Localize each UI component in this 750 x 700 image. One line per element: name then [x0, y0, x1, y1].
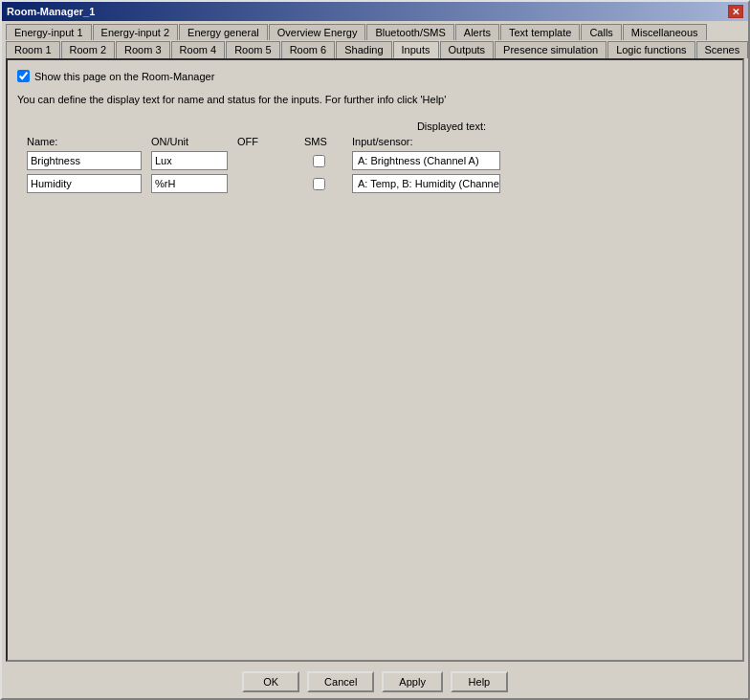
content-area: Show this page on the Room-Manager You c…: [6, 58, 744, 662]
col-header-sensor: Input/sensor:: [352, 136, 505, 147]
row2-sms-checkbox[interactable]: [313, 178, 325, 190]
tab-calls[interactable]: Calls: [581, 24, 621, 40]
tab-inputs[interactable]: Inputs: [393, 41, 439, 58]
tab-room6[interactable]: Room 6: [281, 41, 336, 58]
tab-room3[interactable]: Room 3: [116, 41, 170, 58]
table-row: A: Temp, B: Humidity (Channel: [17, 174, 733, 193]
apply-button[interactable]: Apply: [382, 671, 443, 692]
tab-scenes[interactable]: Scenes: [696, 41, 749, 58]
tab-bluetooth-sms[interactable]: Bluetooth/SMS: [366, 24, 453, 40]
ok-button[interactable]: OK: [242, 671, 299, 692]
tab-room4[interactable]: Room 4: [171, 41, 226, 58]
tab-row-2: Room 1 Room 2 Room 3 Room 4 Room 5 Room …: [6, 40, 744, 57]
tab-overview-energy[interactable]: Overview Energy: [269, 24, 366, 40]
info-text: You can define the display text for name…: [17, 94, 733, 105]
tab-outputs[interactable]: Outputs: [440, 41, 495, 58]
tab-container-row1: Energy-input 1 Energy-input 2 Energy gen…: [2, 21, 748, 58]
tab-energy-general[interactable]: Energy general: [179, 24, 268, 40]
tab-miscellaneous[interactable]: Miscellaneous: [623, 24, 707, 40]
col-header-sms: SMS: [304, 136, 352, 147]
show-page-checkbox[interactable]: [17, 70, 30, 82]
row2-sms-checkbox-wrapper: [304, 178, 333, 190]
row1-name-input[interactable]: [27, 151, 142, 170]
row1-sensor-display: A: Brightness (Channel A): [352, 151, 500, 170]
main-window: Room-Manager_1 ✕ Energy-input 1 Energy-i…: [0, 0, 750, 700]
row2-unit-input[interactable]: [151, 174, 228, 193]
tab-room5[interactable]: Room 5: [226, 41, 280, 58]
table-header: Name: ON/Unit OFF SMS Input/sensor:: [17, 136, 733, 147]
tab-room1[interactable]: Room 1: [6, 41, 60, 58]
tab-energy-input-2[interactable]: Energy-input 2: [93, 24, 179, 40]
col-header-onunit: ON/Unit: [151, 136, 237, 147]
tab-alerts[interactable]: Alerts: [455, 24, 499, 40]
window-title: Room-Manager_1: [7, 6, 95, 17]
row2-name-input[interactable]: [27, 174, 142, 193]
tab-row-1: Energy-input 1 Energy-input 2 Energy gen…: [6, 23, 744, 39]
tab-shading[interactable]: Shading: [336, 41, 391, 58]
row2-sensor-display: A: Temp, B: Humidity (Channel: [352, 174, 500, 193]
close-button[interactable]: ✕: [728, 5, 743, 18]
bottom-bar: OK Cancel Apply Help: [2, 666, 748, 698]
show-page-checkbox-row: Show this page on the Room-Manager: [17, 70, 733, 82]
tab-text-template[interactable]: Text template: [500, 24, 580, 40]
help-button[interactable]: Help: [451, 671, 508, 692]
show-page-label: Show this page on the Room-Manager: [34, 71, 214, 82]
tab-logic-functions[interactable]: Logic functions: [607, 41, 695, 58]
table-row: A: Brightness (Channel A): [17, 151, 733, 170]
tab-room2[interactable]: Room 2: [61, 41, 116, 58]
displayed-text-label: Displayed text:: [170, 120, 733, 132]
cancel-button[interactable]: Cancel: [307, 671, 374, 692]
col-header-off: OFF: [237, 136, 304, 147]
col-header-name: Name:: [27, 136, 151, 147]
row1-sms-checkbox[interactable]: [313, 155, 325, 167]
title-bar: Room-Manager_1 ✕: [2, 2, 748, 21]
row1-unit-input[interactable]: [151, 151, 228, 170]
tab-energy-input-1[interactable]: Energy-input 1: [6, 24, 92, 40]
row1-sms-checkbox-wrapper: [304, 155, 333, 167]
tab-presence-simulation[interactable]: Presence simulation: [495, 41, 607, 58]
